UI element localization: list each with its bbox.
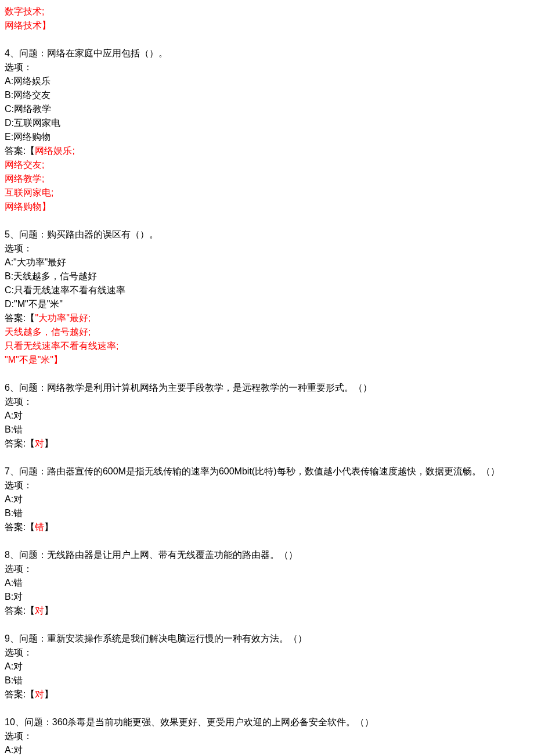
option-b: B:天线越多，信号越好 xyxy=(5,269,529,283)
question-text: 7、问题：路由器宣传的600M是指无线传输的速率为600Mbit(比特)每秒，数… xyxy=(5,465,529,478)
answer-fragment-line: 网络技术】 xyxy=(5,19,529,33)
options-label: 选项： xyxy=(5,646,529,660)
answer-text: 错 xyxy=(35,522,44,532)
answer-prefix: 答案:【 xyxy=(5,438,35,448)
answer-line: 答案:【错】 xyxy=(5,520,529,534)
answer-line: 答案:【对】 xyxy=(5,687,529,701)
question-4: 4、问题：网络在家庭中应用包括（）。 选项： A:网络娱乐 B:网络交友 C:网… xyxy=(5,46,529,214)
option-a: A:错 xyxy=(5,576,529,590)
question-6: 6、问题：网络教学是利用计算机网络为主要手段教学，是远程教学的一种重要形式。（）… xyxy=(5,381,529,451)
answer-text: "大功率"最好; xyxy=(35,313,91,323)
answer-text: 只看无线速率不看有线速率; xyxy=(5,339,529,353)
question-text: 4、问题：网络在家庭中应用包括（）。 xyxy=(5,46,529,60)
answer-text: 天线越多，信号越好; xyxy=(5,325,529,339)
answer-line: 答案:【"大功率"最好; xyxy=(5,311,529,325)
answer-prefix: 答案:【 xyxy=(5,606,35,615)
answer-text: 网络购物】 xyxy=(5,200,529,214)
question-text: 9、问题：重新安装操作系统是我们解决电脑运行慢的一种有效方法。（） xyxy=(5,632,529,646)
option-b: B:错 xyxy=(5,506,529,520)
question-text: 8、问题：无线路由器是让用户上网、带有无线覆盖功能的路由器。（） xyxy=(5,548,529,562)
answer-suffix: 】 xyxy=(44,522,53,532)
question-text: 5、问题：购买路由器的误区有（）。 xyxy=(5,228,529,242)
question-text: 10、问题：360杀毒是当前功能更强、效果更好、更受用户欢迎的上网必备安全软件。… xyxy=(5,715,529,729)
options-label: 选项： xyxy=(5,60,529,74)
question-7: 7、问题：路由器宣传的600M是指无线传输的速率为600Mbit(比特)每秒，数… xyxy=(5,465,529,534)
options-label: 选项： xyxy=(5,242,529,255)
options-label: 选项： xyxy=(5,395,529,409)
question-9: 9、问题：重新安装操作系统是我们解决电脑运行慢的一种有效方法。（） 选项： A:… xyxy=(5,632,529,701)
answer-text: 对 xyxy=(35,606,44,615)
question-8: 8、问题：无线路由器是让用户上网、带有无线覆盖功能的路由器。（） 选项： A:错… xyxy=(5,548,529,618)
option-b: B:网络交友 xyxy=(5,88,529,102)
option-c: C:网络教学 xyxy=(5,102,529,116)
options-label: 选项： xyxy=(5,478,529,492)
option-a: A:对 xyxy=(5,743,529,756)
answer-text: 对 xyxy=(35,438,44,448)
answer-line: 答案:【对】 xyxy=(5,604,529,618)
answer-prefix: 答案:【 xyxy=(5,146,35,156)
answer-prefix: 答案:【 xyxy=(5,689,35,699)
answer-line: 答案:【网络娱乐; xyxy=(5,144,529,158)
previous-answer-fragment: 数字技术; 网络技术】 xyxy=(5,5,529,33)
answer-suffix: 】 xyxy=(44,438,53,448)
answer-suffix: 】 xyxy=(44,689,53,699)
option-b: B:错 xyxy=(5,423,529,437)
options-label: 选项： xyxy=(5,562,529,576)
answer-suffix: 】 xyxy=(44,606,53,615)
option-c: C:只看无线速率不看有线速率 xyxy=(5,283,529,297)
option-a: A:对 xyxy=(5,409,529,423)
answer-text: 网络交友; xyxy=(5,158,529,172)
option-b: B:错 xyxy=(5,674,529,687)
answer-text: 互联网家电; xyxy=(5,186,529,200)
option-a: A:网络娱乐 xyxy=(5,74,529,88)
answer-prefix: 答案:【 xyxy=(5,313,35,323)
answer-prefix: 答案:【 xyxy=(5,522,35,532)
answer-text: "M"不是"米"】 xyxy=(5,353,529,367)
answer-text: 网络教学; xyxy=(5,172,529,186)
option-b: B:对 xyxy=(5,590,529,604)
option-a: A:对 xyxy=(5,660,529,674)
answer-text: 网络娱乐; xyxy=(35,146,74,156)
option-a: A:对 xyxy=(5,492,529,506)
answer-text: 对 xyxy=(35,689,44,699)
option-d: D:"M"不是"米" xyxy=(5,297,529,311)
options-label: 选项： xyxy=(5,729,529,743)
option-e: E:网络购物 xyxy=(5,130,529,144)
answer-line: 答案:【对】 xyxy=(5,437,529,451)
question-text: 6、问题：网络教学是利用计算机网络为主要手段教学，是远程教学的一种重要形式。（） xyxy=(5,381,529,395)
question-10: 10、问题：360杀毒是当前功能更强、效果更好、更受用户欢迎的上网必备安全软件。… xyxy=(5,715,529,756)
answer-fragment-line: 数字技术; xyxy=(5,5,529,19)
question-5: 5、问题：购买路由器的误区有（）。 选项： A:"大功率"最好 B:天线越多，信… xyxy=(5,228,529,367)
option-d: D:互联网家电 xyxy=(5,116,529,130)
option-a: A:"大功率"最好 xyxy=(5,255,529,269)
